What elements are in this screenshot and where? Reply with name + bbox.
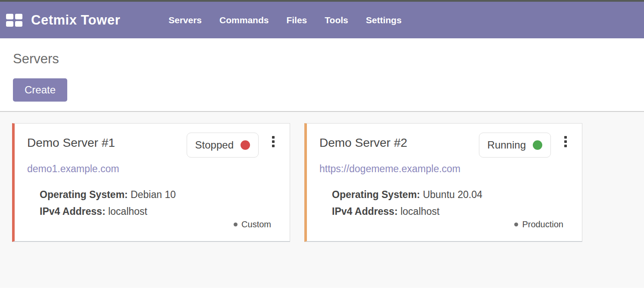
- card-header: Demo Server #2 Running: [319, 133, 569, 158]
- os-label: Operating System:: [332, 189, 420, 200]
- server-url-link[interactable]: demo1.example.com: [27, 163, 119, 175]
- menu-item-tools[interactable]: Tools: [325, 15, 348, 25]
- server-tag: Production: [514, 220, 563, 229]
- create-button[interactable]: Create: [13, 78, 67, 102]
- server-details: Operating System: Debian 10 IPv4 Address…: [40, 186, 277, 220]
- menu-item-commands[interactable]: Commands: [219, 15, 269, 25]
- page-title: Servers: [13, 51, 631, 67]
- status-dot-icon: [533, 140, 542, 150]
- tag-dot-icon: [234, 223, 238, 226]
- status-label: Running: [488, 139, 526, 151]
- app-brand[interactable]: Cetmix Tower: [31, 12, 120, 28]
- ip-label: IPv4 Address:: [332, 206, 398, 217]
- apps-grid-icon: [6, 14, 23, 27]
- os-field: Operating System: Debian 10: [40, 186, 277, 203]
- ip-value: localhost: [108, 206, 147, 217]
- server-url-link[interactable]: https://dogememe.example.com: [319, 163, 460, 175]
- tag-label: Production: [522, 220, 563, 229]
- menu-item-files[interactable]: Files: [286, 15, 307, 25]
- server-details: Operating System: Ubuntu 20.04 IPv4 Addr…: [332, 186, 569, 220]
- server-card[interactable]: Demo Server #2 Running https://dogememe.…: [304, 123, 582, 242]
- main-menu: Servers Commands Files Tools Settings: [169, 15, 402, 25]
- page-header: Servers Create: [0, 38, 644, 111]
- apps-menu-button[interactable]: [0, 2, 28, 38]
- status-badge[interactable]: Running: [479, 133, 551, 158]
- ip-field: IPv4 Address: localhost: [332, 203, 569, 220]
- status-dot-icon: [241, 140, 250, 150]
- menu-item-servers[interactable]: Servers: [169, 15, 202, 25]
- status-label: Stopped: [195, 139, 234, 151]
- os-field: Operating System: Ubuntu 20.04: [332, 186, 569, 203]
- menu-item-settings[interactable]: Settings: [366, 15, 402, 25]
- status-badge[interactable]: Stopped: [187, 133, 259, 158]
- main-navbar: Cetmix Tower Servers Commands Files Tool…: [0, 2, 644, 38]
- os-value: Ubuntu 20.04: [423, 189, 482, 200]
- ip-value: localhost: [400, 206, 440, 217]
- page-content: Servers Create Demo Server #1 Stopped de…: [0, 38, 644, 288]
- server-name: Demo Server #2: [319, 133, 479, 150]
- os-label: Operating System:: [40, 189, 128, 200]
- server-tag: Custom: [234, 220, 271, 229]
- tag-dot-icon: [514, 223, 518, 226]
- card-header: Demo Server #1 Stopped: [27, 133, 277, 158]
- ip-field: IPv4 Address: localhost: [40, 203, 277, 220]
- os-value: Debian 10: [131, 189, 176, 200]
- server-name: Demo Server #1: [27, 133, 187, 150]
- ip-label: IPv4 Address:: [40, 206, 106, 217]
- server-card[interactable]: Demo Server #1 Stopped demo1.example.com…: [12, 123, 290, 242]
- kebab-menu-icon[interactable]: [562, 135, 569, 149]
- tag-label: Custom: [241, 220, 271, 229]
- kebab-menu-icon[interactable]: [270, 135, 277, 149]
- server-cards-area: Demo Server #1 Stopped demo1.example.com…: [0, 111, 644, 288]
